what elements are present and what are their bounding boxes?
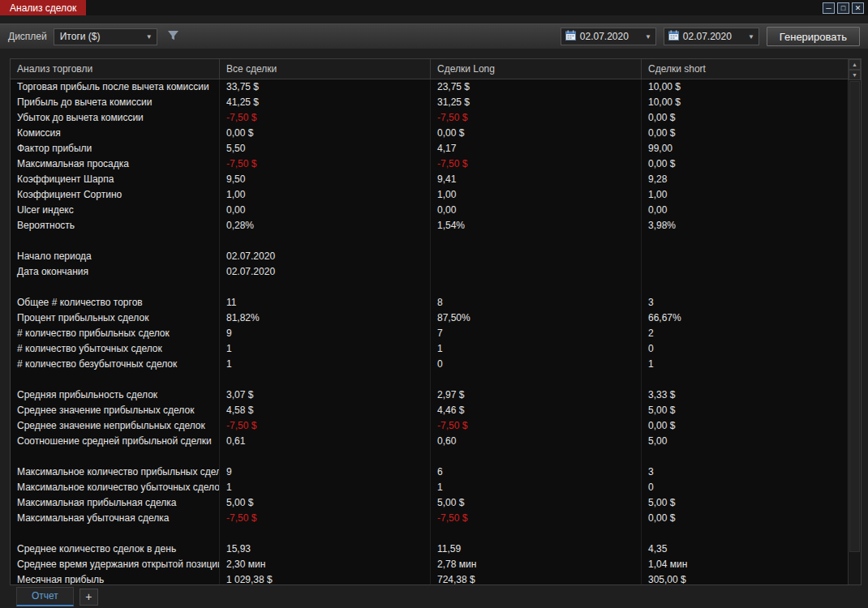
maximize-icon: □ xyxy=(841,4,845,12)
table-row[interactable]: Общее # количество торгов1183 xyxy=(11,295,848,310)
row-value: 1 xyxy=(220,341,431,357)
table-row[interactable]: Максимальное количество прибыльных сдело… xyxy=(11,465,848,480)
table-row[interactable]: Комиссия0,00 $0,00 $0,00 $ xyxy=(11,126,848,141)
table-row[interactable]: Ulcer индекс0,000,000,00 xyxy=(11,203,848,218)
row-value: 0,00 $ xyxy=(220,126,431,141)
row-label: Месячная прибыль xyxy=(11,572,220,584)
table-row[interactable]: Торговая прибыль после вычета комиссии33… xyxy=(11,79,848,95)
row-value xyxy=(642,449,848,465)
scrollbar-track[interactable] xyxy=(849,80,861,584)
row-value xyxy=(220,372,431,387)
table-row[interactable]: Дата окончания02.07.2020 xyxy=(11,264,848,280)
row-label: Начало периода xyxy=(11,249,220,264)
row-value xyxy=(642,233,848,249)
table-row[interactable]: Процент прибыльных сделок81,82%87,50%66,… xyxy=(11,310,848,326)
row-label xyxy=(11,280,220,295)
table-row[interactable]: Фактор прибыли5,504,1799,00 xyxy=(11,141,848,156)
row-value xyxy=(431,449,642,465)
row-value: 11,59 xyxy=(431,542,642,557)
date-to-value: 02.07.2020 xyxy=(683,31,732,42)
row-value: 0,00 $ xyxy=(431,126,642,141)
row-label: Среднее значение прибыльных сделок xyxy=(11,403,220,418)
window-controls: ─ □ ✕ xyxy=(823,0,868,15)
tab-report[interactable]: Отчет xyxy=(16,587,74,606)
scrollbar-thumb[interactable] xyxy=(849,81,860,552)
row-value: 81,82% xyxy=(220,310,431,326)
date-to-picker[interactable]: 02.07.2020 ▼ xyxy=(664,28,759,45)
filter-button[interactable] xyxy=(164,28,183,45)
title-bar: Анализ сделок ─ □ ✕ xyxy=(0,0,868,15)
generate-button[interactable]: Генерировать xyxy=(767,27,860,46)
row-value: 3,33 $ xyxy=(642,387,848,403)
column-header-short-trades[interactable]: Сделки short xyxy=(642,59,848,79)
row-value: 99,00 xyxy=(642,141,848,156)
date-from-picker[interactable]: 02.07.2020 ▼ xyxy=(561,28,656,45)
row-label: Среднее время удержания открытой позиции xyxy=(11,557,220,572)
table-row[interactable]: Среднее время удержания открытой позиции… xyxy=(11,557,848,572)
table-row[interactable]: Среднее количество сделок в день15,9311,… xyxy=(11,542,848,557)
window-title-tab[interactable]: Анализ сделок xyxy=(0,0,86,15)
chevron-down-icon: ▼ xyxy=(146,33,153,41)
row-value: 7 xyxy=(431,326,642,341)
row-value: 1,04 мин xyxy=(642,557,848,572)
display-select[interactable]: Итоги ($) ▼ xyxy=(54,28,157,45)
table-row[interactable]: Убыток до вычета комиссии-7,50 $-7,50 $0… xyxy=(11,110,848,126)
maximize-button[interactable]: □ xyxy=(837,2,849,14)
table-body: Торговая прибыль после вычета комиссии33… xyxy=(11,79,848,584)
table-row[interactable]: Вероятность0,28%1,54%3,98% xyxy=(11,218,848,233)
row-value: 8 xyxy=(431,295,642,310)
minimize-button[interactable]: ─ xyxy=(823,2,835,14)
table-spacer-row xyxy=(11,280,848,295)
table-row[interactable]: Максимальное количество убыточных сделок… xyxy=(11,480,848,495)
row-value: 4,58 $ xyxy=(220,403,431,418)
row-label: # количество убыточных сделок xyxy=(11,341,220,357)
row-label: Максимальная прибыльная сделка xyxy=(11,495,220,511)
vertical-scrollbar[interactable]: ▲ ▼ xyxy=(848,59,861,584)
scroll-down-button[interactable]: ▼ xyxy=(849,70,861,80)
row-value: 2,97 $ xyxy=(431,387,642,403)
row-value: 31,25 $ xyxy=(431,95,642,110)
row-value: 0,61 xyxy=(220,434,431,449)
close-button[interactable]: ✕ xyxy=(852,2,864,14)
row-label: Прибыль до вычета комиссии xyxy=(11,95,220,110)
row-value xyxy=(220,526,431,542)
row-value xyxy=(642,249,848,264)
column-header-long-trades[interactable]: Сделки Long xyxy=(431,59,642,79)
row-value: 1,00 xyxy=(220,187,431,203)
table-header-row: Анализ торговли Все сделки Сделки Long С… xyxy=(11,59,848,79)
minimize-icon: ─ xyxy=(826,4,831,12)
row-value xyxy=(220,449,431,465)
row-value: 0 xyxy=(642,480,848,495)
column-header-all-trades[interactable]: Все сделки xyxy=(220,59,431,79)
analysis-table: Анализ торговли Все сделки Сделки Long С… xyxy=(10,58,862,585)
row-label: Средняя прибыльность сделок xyxy=(11,387,220,403)
table-row[interactable]: Максимальная убыточная сделка-7,50 $-7,5… xyxy=(11,511,848,526)
table-row[interactable]: Максимальная просадка-7,50 $-7,50 $0,00 … xyxy=(11,156,848,172)
add-tab-button[interactable]: + xyxy=(79,589,98,606)
table-row[interactable]: Коэффициент Сортино1,001,001,00 xyxy=(11,187,848,203)
row-value: 3 xyxy=(642,465,848,480)
row-label: Максимальная убыточная сделка xyxy=(11,511,220,526)
table-row[interactable]: Месячная прибыль1 029,38 $724,38 $305,00… xyxy=(11,572,848,584)
row-value xyxy=(431,526,642,542)
row-value: 0 xyxy=(431,357,642,372)
table-row[interactable]: Соотношение средней прибыльной сделки0,6… xyxy=(11,434,848,449)
row-label: Процент прибыльных сделок xyxy=(11,310,220,326)
row-label: Коэффициент Шарпа xyxy=(11,172,220,187)
table-row[interactable]: Среднее значение неприбыльных сделок-7,5… xyxy=(11,418,848,434)
table-row[interactable]: Средняя прибыльность сделок3,07 $2,97 $3… xyxy=(11,387,848,403)
row-value: -7,50 $ xyxy=(220,418,431,434)
table-row[interactable]: # количество безубыточных сделок101 xyxy=(11,357,848,372)
row-value: 0,28% xyxy=(220,218,431,233)
table-row[interactable]: Максимальная прибыльная сделка5,00 $5,00… xyxy=(11,495,848,511)
filter-icon xyxy=(167,29,179,44)
scroll-up-button[interactable]: ▲ xyxy=(849,59,861,70)
column-header-analysis[interactable]: Анализ торговли xyxy=(11,59,220,79)
table-row[interactable]: Коэффициент Шарпа9,509,419,28 xyxy=(11,172,848,187)
table-row[interactable]: Среднее значение прибыльных сделок4,58 $… xyxy=(11,403,848,418)
table-row[interactable]: # количество прибыльных сделок972 xyxy=(11,326,848,341)
table-row[interactable]: Начало периода02.07.2020 xyxy=(11,249,848,264)
table-row[interactable]: # количество убыточных сделок110 xyxy=(11,341,848,357)
table-row[interactable]: Прибыль до вычета комиссии41,25 $31,25 $… xyxy=(11,95,848,110)
row-value: -7,50 $ xyxy=(431,110,642,126)
